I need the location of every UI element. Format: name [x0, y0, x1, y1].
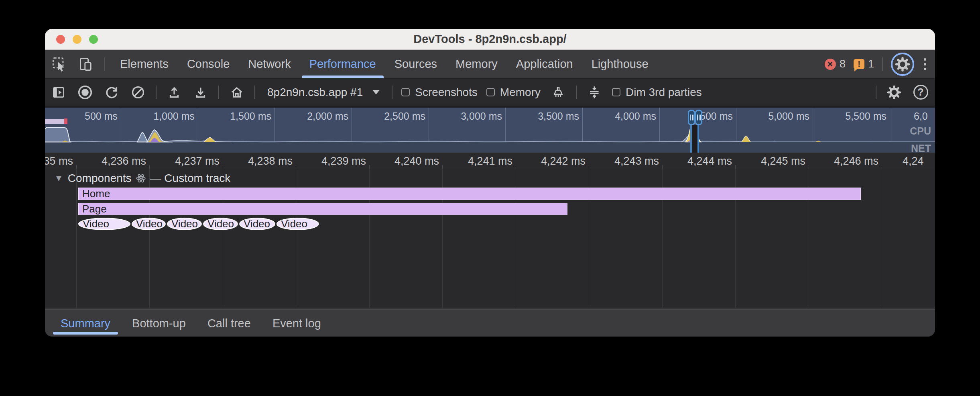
record-and-reload-button[interactable]	[103, 84, 120, 101]
clear-icon	[130, 85, 146, 100]
custom-track-header[interactable]: ▼ Components — Custom track	[55, 172, 230, 185]
console-errors-badge[interactable]: 8	[825, 58, 846, 70]
help-button[interactable]: ?	[912, 84, 929, 101]
kebab-menu-icon[interactable]	[922, 57, 928, 72]
console-warnings-badge[interactable]: ! 1	[854, 58, 874, 70]
bottom-tab-summary[interactable]: Summary	[50, 310, 121, 337]
flame-area[interactable]: ▼ Components — Custom track HomePageVide…	[45, 169, 935, 319]
flame-separator	[45, 308, 935, 308]
overview-time-label: 2,000 ms	[260, 110, 348, 122]
cpu-label: CPU	[910, 125, 931, 137]
track-bar-home[interactable]: Home	[78, 188, 861, 200]
warning-count: 1	[868, 58, 874, 70]
devtools-window: DevTools - 8p2n9n.csb.app/ ElementsConso…	[45, 29, 935, 337]
track-bar-video[interactable]: Video	[203, 218, 238, 230]
net-label: NET	[911, 143, 931, 153]
record-button[interactable]	[76, 84, 94, 101]
track-bar-video[interactable]: Video	[78, 218, 130, 230]
track-bar-video[interactable]: Video	[132, 218, 166, 230]
flame-gridline	[76, 169, 77, 308]
overview-time-label: 5,500 ms	[798, 110, 886, 122]
close-window-button[interactable]	[56, 35, 65, 44]
tabbar: ElementsConsoleNetworkPerformanceSources…	[45, 50, 935, 79]
overview[interactable]: CPU NET 500 ms1,000 ms1,500 ms2,000 ms2,…	[45, 108, 935, 153]
screenshots-checkbox[interactable]: Screenshots	[401, 86, 478, 99]
selection-right-line	[697, 125, 699, 153]
checkbox-icon	[486, 88, 495, 96]
titlebar: DevTools - 8p2n9n.csb.app/	[45, 29, 935, 50]
track-bar-page[interactable]: Page	[78, 203, 567, 215]
target-label: 8p2n9n.csb.app #1	[267, 86, 363, 99]
bottom-tab-event-log[interactable]: Event log	[262, 310, 332, 337]
tab-sources[interactable]: Sources	[385, 50, 446, 78]
help-icon: ?	[913, 85, 928, 100]
track-title-suffix: — Custom track	[150, 172, 231, 185]
selection-handle-right[interactable]	[695, 110, 702, 125]
bottom-tab-call-tree[interactable]: Call tree	[197, 310, 262, 337]
home-icon	[230, 85, 244, 100]
tab-application[interactable]: Application	[507, 50, 582, 78]
flame-gridline	[882, 169, 882, 308]
live-metrics-button[interactable]	[228, 84, 246, 101]
checkbox-icon	[401, 88, 410, 96]
track-bar-video[interactable]: Video	[167, 218, 202, 230]
capture-settings-button[interactable]	[885, 84, 903, 101]
checkbox-icon	[612, 88, 620, 96]
toolbar-divider	[392, 86, 392, 99]
tab-performance[interactable]: Performance	[300, 50, 385, 78]
chevron-down-icon	[372, 90, 380, 94]
overview-time-label: 3,500 ms	[491, 110, 579, 122]
bottom-tab-bottom-up[interactable]: Bottom-up	[121, 310, 197, 337]
reload-icon	[104, 85, 119, 100]
save-profile-button[interactable]	[192, 84, 209, 101]
tab-lighthouse[interactable]: Lighthouse	[582, 50, 658, 78]
tabbar-divider	[104, 57, 105, 71]
screenshots-label: Screenshots	[415, 86, 478, 99]
toolbar-divider	[156, 86, 157, 99]
overview-time-label: 3,000 ms	[414, 110, 502, 122]
collapse-icon	[587, 85, 602, 100]
dim-3rd-parties-checkbox[interactable]: Dim 3rd parties	[612, 86, 702, 99]
tab-elements[interactable]: Elements	[111, 50, 178, 78]
track-title: Components	[68, 172, 132, 185]
devtools-settings-button[interactable]	[891, 53, 914, 76]
track-bar-video[interactable]: Video	[239, 218, 275, 230]
inspect-element-button[interactable]	[51, 56, 67, 72]
clear-button[interactable]	[129, 84, 147, 101]
inspect-icon	[52, 57, 67, 72]
performance-toolbar: 8p2n9n.csb.app #1 Screenshots Memory	[45, 79, 935, 108]
load-profile-button[interactable]	[165, 84, 183, 101]
gear-icon	[895, 57, 910, 72]
toolbar-divider	[576, 86, 577, 99]
track-bar-video[interactable]: Video	[277, 218, 319, 230]
selection-left-line	[690, 125, 692, 153]
zoom-window-button[interactable]	[89, 35, 98, 44]
memory-checkbox[interactable]: Memory	[486, 86, 541, 99]
dim-3rd-parties-label: Dim 3rd parties	[626, 86, 702, 99]
target-selector[interactable]: 8p2n9n.csb.app #1	[264, 86, 383, 99]
toggle-sidebar-icon	[51, 85, 66, 100]
overview-time-label: 1,000 ms	[106, 110, 195, 122]
expander-triangle-icon[interactable]: ▼	[55, 174, 63, 183]
tab-memory[interactable]: Memory	[446, 50, 507, 78]
tab-console[interactable]: Console	[178, 50, 239, 78]
collect-garbage-button[interactable]	[549, 84, 567, 101]
ruler-time-label: 4,24	[903, 155, 924, 167]
tab-network[interactable]: Network	[239, 50, 300, 78]
minimize-window-button[interactable]	[73, 35, 81, 44]
collapse-tracks-button[interactable]	[586, 84, 603, 101]
overview-time-label: 1,500 ms	[183, 110, 271, 122]
device-toolbar-button[interactable]	[78, 56, 94, 72]
bottom-tabbar: SummaryBottom-upCall treeEvent log	[45, 309, 935, 337]
upload-icon	[167, 85, 181, 100]
gear-icon	[887, 85, 901, 100]
device-toolbar-icon	[78, 57, 94, 72]
download-icon	[193, 85, 208, 100]
toolbar-divider	[876, 86, 876, 99]
broom-icon	[551, 85, 565, 100]
toggle-sidebar-button[interactable]	[50, 84, 67, 101]
selection-handle-left[interactable]	[688, 110, 695, 125]
ruler[interactable]: 35 ms4,236 ms4,237 ms4,238 ms4,239 ms4,2…	[45, 153, 935, 169]
devtools-tab-strip: ElementsConsoleNetworkPerformanceSources…	[111, 50, 658, 78]
overview-time-label: 5,000 ms	[721, 110, 809, 122]
